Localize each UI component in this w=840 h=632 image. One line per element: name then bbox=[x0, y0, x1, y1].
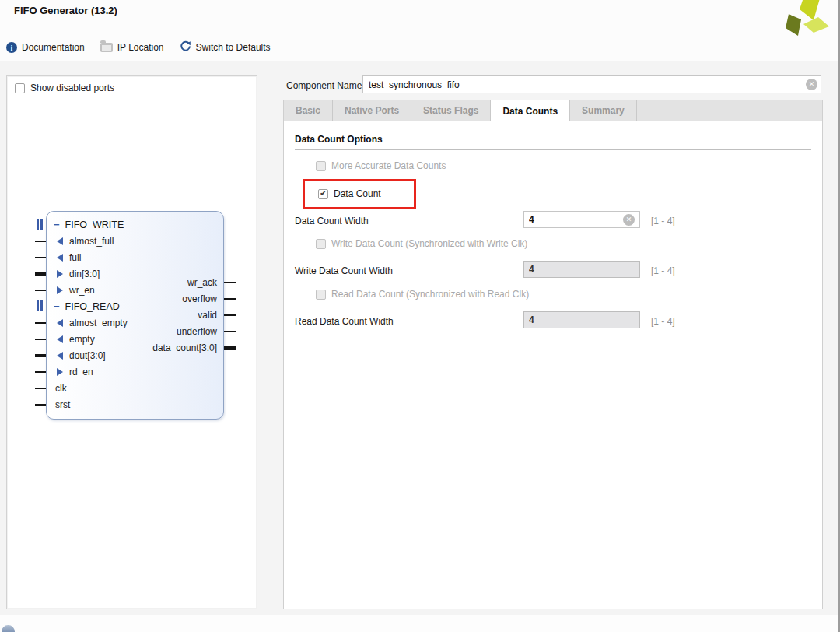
info-icon: i bbox=[6, 42, 17, 53]
port-stub bbox=[35, 388, 46, 389]
tab-data-counts[interactable]: Data Counts bbox=[491, 100, 570, 121]
port-stub bbox=[35, 404, 46, 406]
port-stub bbox=[224, 314, 236, 316]
port-label: underflow bbox=[177, 326, 217, 337]
refresh-icon bbox=[180, 40, 191, 54]
data-count-width-label: Data Count Width bbox=[295, 216, 369, 226]
page-title: FIFO Generator (13.2) bbox=[14, 5, 117, 16]
more-accurate-data-counts-row: More Accurate Data Counts bbox=[316, 160, 446, 171]
tab-native-ports[interactable]: Native Ports bbox=[333, 100, 411, 121]
collapse-minus-icon[interactable]: − bbox=[54, 221, 60, 229]
write-data-count-checkbox bbox=[316, 239, 326, 249]
section-title: Data Count Options bbox=[295, 134, 383, 145]
fifo-block-diagram: − FIFO_WRITE almost_full full din[3:0] bbox=[46, 211, 224, 420]
port-row-fifo-write: − FIFO_WRITE bbox=[47, 216, 223, 233]
show-disabled-ports-row: Show disabled ports bbox=[15, 83, 114, 93]
port-label: overflow bbox=[182, 293, 217, 304]
more-accurate-data-counts-checkbox bbox=[316, 161, 326, 171]
documentation-button[interactable]: i Documentation bbox=[6, 42, 85, 53]
port-label: full bbox=[69, 252, 81, 263]
data-counts-tab-panel: Data Count Options More Accurate Data Co… bbox=[283, 121, 823, 609]
port-label: data_count[3:0] bbox=[152, 342, 217, 353]
data-count-label: Data Count bbox=[334, 188, 381, 199]
port-row-wr-ack: wr_ack bbox=[47, 274, 223, 290]
read-data-count-width-label: Read Data Count Width bbox=[295, 316, 394, 327]
port-row-overflow: overflow bbox=[47, 290, 223, 307]
clear-data-count-width-icon[interactable]: ✕ bbox=[623, 214, 635, 226]
port-bus-stub bbox=[35, 272, 46, 276]
port-stub bbox=[35, 371, 46, 373]
port-row-srst: srst bbox=[47, 396, 223, 413]
component-name-label: Component Name bbox=[286, 80, 362, 91]
data-count-width-range: [1 - 4] bbox=[651, 216, 675, 226]
port-row-clk: clk bbox=[47, 380, 223, 396]
bottom-strip bbox=[0, 615, 840, 632]
port-stub bbox=[35, 290, 46, 291]
documentation-label: Documentation bbox=[22, 42, 85, 53]
write-data-count-width-label: Write Data Count Width bbox=[295, 265, 393, 276]
folder-icon bbox=[100, 43, 113, 52]
xilinx-logo-icon bbox=[778, 0, 832, 37]
read-data-count-width-input bbox=[523, 311, 640, 328]
read-data-count-width-range: [1 - 4] bbox=[651, 316, 675, 327]
write-data-count-row: Write Data Count (Synchronized with Writ… bbox=[316, 238, 527, 249]
port-label: wr_ack bbox=[187, 277, 217, 288]
ip-symbol-panel: Show disabled ports − FIFO_WRITE almost_… bbox=[6, 75, 257, 609]
port-label: rd_en bbox=[69, 367, 93, 377]
interface-bars-icon bbox=[37, 300, 43, 311]
right-ports: wr_ack overflow valid underflow data_cou… bbox=[47, 274, 223, 356]
port-out-arrow-icon bbox=[57, 254, 63, 262]
ip-location-label: IP Location bbox=[117, 42, 164, 53]
component-name-input[interactable] bbox=[362, 75, 821, 93]
port-stub bbox=[224, 331, 236, 332]
port-label: almost_full bbox=[69, 236, 114, 247]
port-out-arrow-icon bbox=[57, 237, 63, 245]
port-stub bbox=[224, 298, 236, 300]
ip-location-button[interactable]: IP Location bbox=[100, 42, 164, 53]
port-bus-stub bbox=[224, 346, 236, 350]
port-row-almost-full: almost_full bbox=[47, 233, 223, 249]
port-label: srst bbox=[55, 399, 70, 410]
read-data-count-checkbox bbox=[316, 290, 326, 300]
clear-component-name-icon[interactable]: ✕ bbox=[806, 79, 817, 90]
port-bus-stub bbox=[35, 354, 46, 357]
port-stub bbox=[35, 241, 46, 242]
port-stub bbox=[35, 257, 46, 258]
write-data-count-width-input bbox=[523, 261, 640, 278]
data-count-checkbox[interactable] bbox=[318, 189, 328, 199]
switch-to-defaults-label: Switch to Defaults bbox=[196, 42, 271, 53]
toolbar: i Documentation IP Location Switch to De… bbox=[6, 40, 271, 55]
data-count-row: Data Count bbox=[318, 188, 381, 199]
write-data-count-label: Write Data Count (Synchronized with Writ… bbox=[331, 238, 527, 249]
show-disabled-ports-label: Show disabled ports bbox=[30, 83, 114, 93]
more-accurate-data-counts-label: More Accurate Data Counts bbox=[331, 160, 446, 171]
port-stub bbox=[35, 339, 46, 340]
port-row-data-count: data_count[3:0] bbox=[47, 339, 223, 356]
show-disabled-ports-checkbox[interactable] bbox=[15, 83, 25, 93]
port-stub bbox=[224, 282, 236, 283]
section-divider bbox=[295, 149, 811, 150]
tab-basic[interactable]: Basic bbox=[284, 100, 333, 121]
port-label: FIFO_WRITE bbox=[65, 219, 124, 230]
read-data-count-label: Read Data Count (Synchronized with Read … bbox=[331, 289, 529, 300]
port-label: valid bbox=[198, 310, 217, 321]
port-row-valid: valid bbox=[47, 307, 223, 323]
port-row-rd-en: rd_en bbox=[47, 363, 223, 380]
port-in-arrow-icon bbox=[57, 368, 63, 376]
port-label: clk bbox=[55, 383, 67, 394]
port-row-underflow: underflow bbox=[47, 323, 223, 339]
interface-bars-icon bbox=[37, 219, 43, 230]
port-stub bbox=[35, 322, 46, 324]
write-data-count-width-range: [1 - 4] bbox=[651, 265, 675, 276]
tab-bar: Basic Native Ports Status Flags Data Cou… bbox=[283, 100, 823, 121]
tab-summary[interactable]: Summary bbox=[570, 100, 637, 121]
tab-status-flags[interactable]: Status Flags bbox=[411, 100, 491, 121]
read-data-count-row: Read Data Count (Synchronized with Read … bbox=[316, 289, 529, 300]
port-row-full: full bbox=[47, 249, 223, 265]
switch-to-defaults-button[interactable]: Switch to Defaults bbox=[180, 40, 271, 54]
